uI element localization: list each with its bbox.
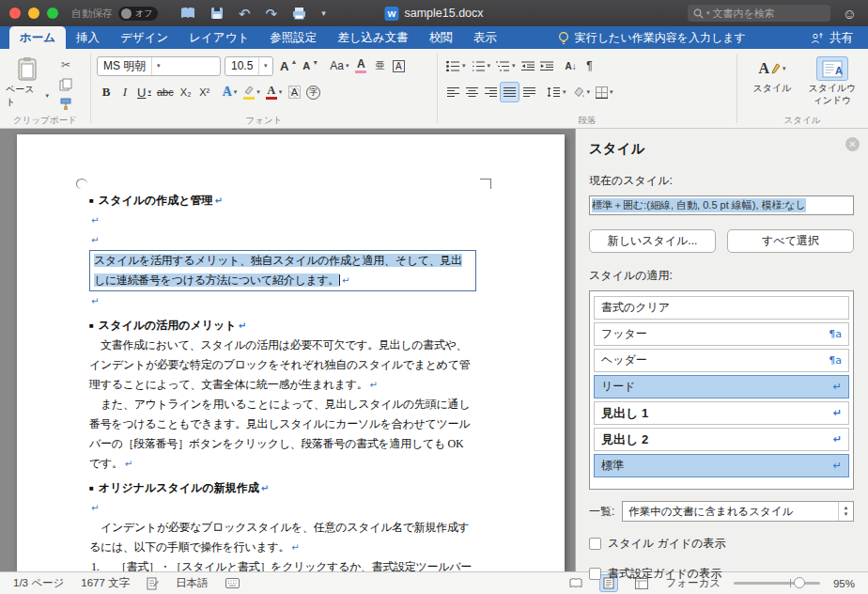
decrease-indent-button[interactable] [519, 55, 537, 76]
language-indicator[interactable]: 日本語 [176, 576, 209, 590]
style-item-heading1[interactable]: 見出し 1↵ [594, 401, 849, 425]
styles-gallery-button[interactable]: A▾ スタイル [745, 54, 799, 115]
zoom-slider-knob[interactable] [794, 577, 805, 588]
style-guides-checkbox[interactable]: スタイル ガイドの表示 [589, 536, 854, 552]
new-style-button[interactable]: 新しいスタイル... [589, 229, 716, 253]
enclose-characters-button[interactable]: 字 [303, 82, 323, 102]
align-center-button[interactable] [462, 82, 481, 102]
doc-paragraph[interactable]: また、アウトラインを用いることによって、見出しスタイルの先頭に通し番号をつけるこ… [89, 395, 476, 474]
font-name-combo[interactable]: MS 明朝▾ [97, 56, 221, 76]
tab-layout[interactable]: レイアウト [178, 26, 259, 49]
doc-paragraph[interactable]: 文書作成において、スタイルの活用は必要不可欠です。見出しの書式や、インデントが必… [89, 336, 476, 395]
print-icon[interactable] [292, 7, 306, 20]
font-color-button[interactable]: A▾ [263, 82, 286, 102]
bold-button[interactable]: B [97, 82, 116, 102]
tab-home[interactable]: ホーム [9, 26, 66, 49]
zoom-slider[interactable] [734, 582, 820, 585]
template-gallery-icon[interactable] [180, 7, 195, 20]
document-title[interactable]: sample15.docx [404, 7, 483, 20]
current-style-box[interactable]: 標準＋囲む:(細線, 自動, 0.5 pt 線幅), 模様:なし [589, 195, 854, 215]
shading-button[interactable]: ▾ [569, 82, 594, 102]
show-formatting-marks-button[interactable]: ¶ [581, 55, 599, 76]
doc-heading-3[interactable]: ■オリジナルスタイルの新規作成↵ [89, 478, 476, 498]
sort-button[interactable]: A↓ [562, 55, 581, 76]
justify-button[interactable] [500, 82, 519, 102]
distribute-button[interactable] [519, 82, 538, 102]
list-filter-dropdown[interactable]: 作業中の文書に含まれるスタイル▲▼ [622, 501, 854, 522]
superscript-button[interactable]: X² [195, 82, 214, 102]
align-left-button[interactable] [443, 82, 462, 102]
feedback-smiley-icon[interactable]: ☺ [843, 6, 857, 22]
subscript-button[interactable]: X₂ [177, 82, 195, 102]
empty-line[interactable]: ↵ [89, 230, 476, 250]
tell-me-box[interactable]: 実行したい作業内容を入力します [558, 26, 746, 49]
increase-indent-button[interactable] [537, 55, 556, 76]
style-item-normal[interactable]: 標準↵ [594, 454, 849, 477]
doc-heading-2[interactable]: ■スタイルの活用のメリット↵ [89, 316, 476, 336]
redo-icon[interactable]: ↷ [266, 7, 278, 21]
customize-toolbar-icon[interactable]: ▾ [321, 9, 326, 18]
line-spacing-button[interactable]: ▾ [544, 82, 569, 102]
close-pane-icon[interactable]: ✕ [845, 137, 860, 151]
text-effects-button[interactable]: A▾ [220, 82, 240, 102]
ruby-button[interactable]: 亜 [370, 55, 389, 76]
doc-heading-1[interactable]: ■スタイルの作成と管理↵ [89, 191, 476, 211]
empty-line[interactable]: ↵ [89, 211, 476, 230]
word-count[interactable]: 1677 文字 [81, 576, 130, 590]
strikethrough-button[interactable]: abc [154, 82, 177, 102]
text-effects-letter: A [223, 85, 232, 100]
change-case-button[interactable]: Aa▾ [327, 55, 351, 76]
shrink-font-button[interactable]: A▼ [300, 55, 321, 76]
save-icon[interactable] [210, 7, 224, 20]
minimize-window-button[interactable] [28, 8, 39, 19]
font-size-combo[interactable]: 10.5▾ [225, 56, 273, 76]
fullscreen-window-button[interactable] [47, 8, 58, 19]
reading-view-button[interactable] [566, 575, 586, 591]
doc-numbered-item[interactable]: 1.［書式］・［スタイルと書式］をクリックするか、書式設定ツールバーの（スタイル… [89, 557, 476, 571]
numbering-button[interactable]: ▾ [469, 55, 494, 76]
doc-paragraph[interactable]: インデントが必要なブロックスタイルを、任意のスタイル名で新規作成するには、以下の… [89, 518, 476, 557]
style-window-button[interactable]: A スタイルウィンドウ [805, 54, 860, 115]
style-item-header[interactable]: ヘッダー¶a [594, 349, 849, 372]
formatting-guides-checkbox[interactable]: 書式設定ガイドの表示 [589, 566, 854, 582]
bullets-button[interactable]: ▾ [443, 55, 469, 76]
empty-line[interactable]: ↵ [89, 498, 476, 518]
multilevel-list-button[interactable]: ▾ [493, 55, 519, 76]
borders-button[interactable]: ▾ [593, 82, 616, 102]
copy-button[interactable] [56, 77, 75, 92]
grow-font-button[interactable]: A▲ [277, 55, 300, 76]
clear-formatting-button[interactable]: A [351, 55, 370, 76]
select-all-button[interactable]: すべて選択 [727, 229, 854, 253]
style-item-clear-formatting[interactable]: 書式のクリア [594, 296, 849, 320]
character-shading-button[interactable]: A [285, 82, 303, 102]
underline-button[interactable]: U▾ [134, 82, 154, 102]
selected-text[interactable]: スタイルを活用するメリット、独自スタイルの作成と適用、そして、見出しに連続番号を… [94, 254, 462, 287]
tab-references[interactable]: 参照設定 [259, 26, 327, 49]
share-button[interactable]: 共有 [811, 26, 868, 49]
document-page[interactable]: ■スタイルの作成と管理↵ ↵ ↵ スタイルを活用するメリット、独自スタイルの作成… [17, 134, 565, 571]
character-border-button[interactable]: A [389, 55, 408, 76]
autosave-toggle[interactable]: オフ [118, 7, 158, 21]
input-mode-icon[interactable] [225, 578, 240, 588]
empty-line[interactable]: ↵ [89, 291, 476, 311]
cut-button[interactable]: ✂ [56, 57, 75, 72]
lead-paragraph-box[interactable]: スタイルを活用するメリット、独自スタイルの作成と適用、そして、見出しに連続番号を… [89, 250, 476, 291]
undo-icon[interactable]: ↶ [239, 7, 251, 21]
tab-mailings[interactable]: 差し込み文書 [327, 26, 419, 49]
proofing-status-icon[interactable] [147, 577, 159, 590]
style-item-heading2[interactable]: 見出し 2↵ [594, 428, 849, 451]
style-item-footer[interactable]: フッター¶a [594, 322, 849, 346]
tab-review[interactable]: 校閲 [419, 26, 463, 49]
tab-insert[interactable]: 挿入 [66, 26, 110, 49]
align-right-button[interactable] [481, 82, 500, 102]
format-painter-button[interactable] [56, 97, 75, 112]
tab-view[interactable]: 表示 [463, 26, 507, 49]
tab-design[interactable]: デザイン [110, 26, 178, 49]
style-item-lead[interactable]: リード↵ [594, 375, 849, 399]
close-window-button[interactable] [9, 8, 21, 19]
italic-button[interactable]: I [116, 82, 134, 102]
paste-button[interactable]: ペースト▾ [6, 54, 49, 115]
search-box[interactable]: ▾ 文書内を検索 [688, 5, 830, 22]
highlight-button[interactable]: ▾ [240, 82, 263, 102]
page-indicator[interactable]: 1/3 ページ [13, 576, 64, 590]
